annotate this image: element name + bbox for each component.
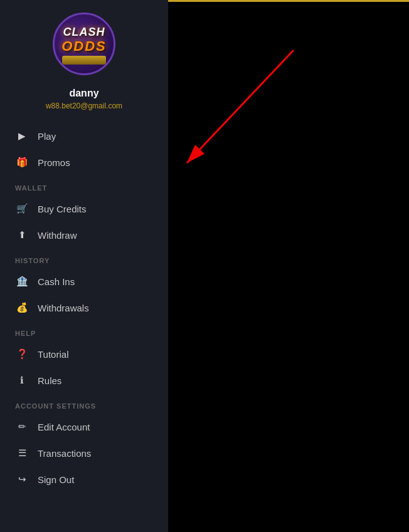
play-label: Play [38, 131, 56, 142]
tutorial-icon: ❓ [15, 348, 29, 360]
promos-label: Promos [38, 157, 70, 168]
sidebar: CLASH ODDS danny w88.bet20@gmail.com ▶ P… [0, 0, 168, 532]
nav-item-buy-credits[interactable]: 🛒 Buy Credits [0, 196, 168, 222]
help-section-label: HELP [0, 321, 168, 341]
tutorial-label: Tutorial [38, 349, 68, 360]
nav-item-tutorial[interactable]: ❓ Tutorial [0, 341, 168, 367]
logo-odds-text: ODDS [61, 38, 107, 55]
user-info: danny w88.bet20@gmail.com [0, 81, 168, 123]
withdraw-icon: ⬆ [15, 229, 29, 241]
arrow-overlay [181, 38, 306, 228]
user-name: danny [0, 88, 168, 99]
sign-out-label: Sign Out [38, 474, 74, 485]
rules-label: Rules [38, 375, 61, 386]
logo-area: CLASH ODDS [0, 0, 168, 81]
withdrawals-label: Withdrawals [38, 303, 89, 313]
edit-account-label: Edit Account [38, 422, 90, 432]
sign-out-icon: ↪ [15, 474, 29, 485]
logo-clash-text: CLASH [63, 26, 105, 39]
nav-item-withdrawals[interactable]: 💰 Withdrawals [0, 295, 168, 321]
svg-line-1 [187, 50, 294, 163]
edit-account-icon: ✏ [15, 421, 29, 432]
nav-item-promos[interactable]: 🎁 Promos [0, 149, 168, 175]
user-email: w88.bet20@gmail.com [0, 102, 168, 110]
logo-base [62, 56, 106, 65]
top-gold-line [168, 0, 409, 2]
cash-ins-icon: 🏦 [15, 276, 29, 287]
nav-item-transactions[interactable]: ☰ Transactions [0, 440, 168, 466]
nav-item-sign-out[interactable]: ↪ Sign Out [0, 466, 168, 493]
transactions-label: Transactions [38, 448, 91, 459]
history-section-label: HISTORY [0, 248, 168, 268]
nav-item-rules[interactable]: ℹ Rules [0, 367, 168, 394]
wallet-section-label: WALLET [0, 175, 168, 196]
buy-credits-icon: 🛒 [15, 203, 29, 214]
promos-icon: 🎁 [15, 157, 29, 168]
rules-icon: ℹ [15, 375, 29, 386]
main-content [168, 0, 409, 532]
nav-item-play[interactable]: ▶ Play [0, 123, 168, 149]
transactions-icon: ☰ [15, 447, 29, 459]
account-section-label: ACCOUNT SETTINGS [0, 394, 168, 414]
nav-item-cash-ins[interactable]: 🏦 Cash Ins [0, 268, 168, 295]
nav-item-edit-account[interactable]: ✏ Edit Account [0, 414, 168, 440]
nav-item-withdraw[interactable]: ⬆ Withdraw [0, 222, 168, 248]
logo[interactable]: CLASH ODDS [53, 13, 115, 75]
play-icon: ▶ [15, 130, 29, 142]
withdrawals-icon: 💰 [15, 302, 29, 313]
cash-ins-label: Cash Ins [38, 276, 75, 287]
buy-credits-label: Buy Credits [38, 204, 87, 214]
withdraw-label: Withdraw [38, 230, 77, 241]
